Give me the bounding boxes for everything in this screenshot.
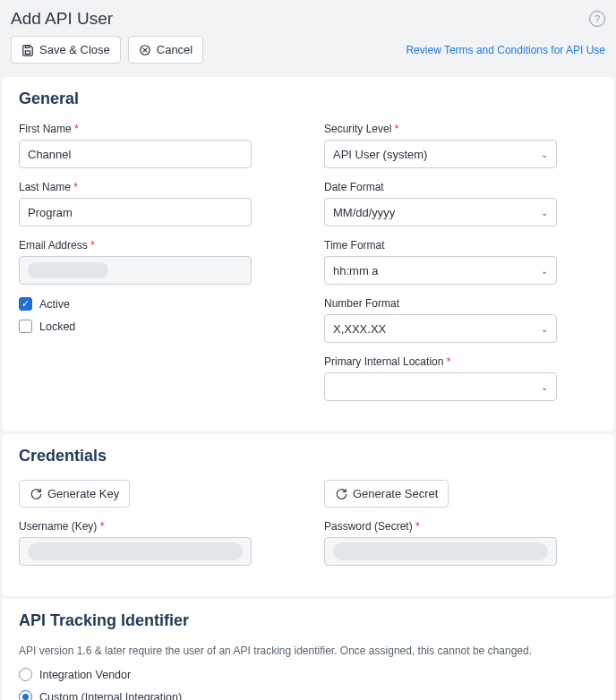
generate-secret-label: Generate Secret [353, 487, 438, 500]
vendor-radio[interactable] [19, 668, 32, 681]
custom-radio-label: Custom (Internal Integration) [39, 691, 182, 701]
credentials-section: Credentials Generate Key Generate Secret… [3, 434, 613, 596]
primary-location-label: Primary Internal Location [324, 355, 597, 368]
generate-key-button[interactable]: Generate Key [19, 480, 130, 508]
chevron-down-icon: ⌄ [541, 266, 548, 276]
password-redacted-placeholder [333, 542, 548, 560]
security-level-select[interactable]: API User (system) ⌄ [324, 140, 557, 168]
email-input[interactable] [19, 256, 252, 285]
primary-location-select[interactable]: ⌄ [324, 372, 557, 401]
save-close-button[interactable]: Save & Close [11, 36, 121, 64]
general-section: General First Name Last Name Email Addre… [3, 77, 613, 431]
active-label: Active [39, 298, 70, 311]
security-level-label: Security Level [324, 123, 597, 135]
page-title: Add API User [11, 9, 113, 29]
chevron-down-icon: ⌄ [541, 382, 548, 392]
custom-radio[interactable] [19, 690, 32, 700]
tracking-description: API version 1.6 & later require the user… [19, 645, 597, 657]
tracking-section: API Tracking Identifier API version 1.6 … [3, 599, 613, 700]
first-name-label: First Name [19, 123, 292, 135]
password-secret-label: Password (Secret) [324, 520, 597, 533]
section-title-general: General [19, 90, 597, 108]
number-format-select[interactable]: X,XXX.XX ⌄ [324, 314, 557, 343]
last-name-input[interactable] [19, 198, 252, 226]
first-name-input[interactable] [19, 140, 252, 168]
active-checkbox[interactable]: ✓ [19, 297, 32, 311]
generate-key-label: Generate Key [47, 487, 119, 500]
security-level-value: API User (system) [333, 148, 427, 161]
number-format-value: X,XXX.XX [333, 322, 386, 336]
vendor-radio-label: Integration Vendor [39, 669, 131, 681]
email-label: Email Address [19, 239, 292, 252]
date-format-label: Date Format [324, 181, 597, 193]
refresh-icon [335, 488, 347, 500]
section-title-credentials: Credentials [19, 447, 597, 465]
cancel-button[interactable]: Cancel [128, 36, 203, 64]
last-name-label: Last Name [19, 181, 292, 193]
section-title-tracking: API Tracking Identifier [19, 611, 597, 630]
time-format-select[interactable]: hh:mm a ⌄ [324, 256, 557, 285]
time-format-label: Time Format [324, 239, 597, 252]
terms-link[interactable]: Review Terms and Conditions for API Use [406, 44, 605, 56]
svg-rect-0 [25, 50, 30, 54]
chevron-down-icon: ⌄ [541, 149, 548, 159]
chevron-down-icon: ⌄ [541, 208, 548, 218]
number-format-label: Number Format [324, 297, 597, 310]
username-redacted-placeholder [28, 542, 243, 560]
email-redacted-placeholder [28, 262, 108, 278]
chevron-down-icon: ⌄ [541, 324, 548, 334]
locked-checkbox[interactable] [19, 320, 32, 333]
save-close-label: Save & Close [39, 43, 110, 56]
save-icon [21, 44, 34, 56]
date-format-select[interactable]: MM/dd/yyyy ⌄ [324, 198, 557, 226]
help-icon[interactable]: ? [589, 11, 605, 27]
svg-rect-1 [25, 45, 29, 47]
time-format-value: hh:mm a [333, 264, 379, 277]
password-secret-input[interactable] [324, 537, 557, 566]
locked-label: Locked [39, 320, 75, 333]
refresh-icon [30, 488, 42, 500]
username-key-label: Username (Key) [19, 520, 292, 533]
date-format-value: MM/dd/yyyy [333, 206, 395, 219]
username-key-input[interactable] [19, 537, 252, 566]
cancel-icon [139, 44, 151, 56]
cancel-label: Cancel [157, 43, 192, 56]
generate-secret-button[interactable]: Generate Secret [324, 480, 449, 508]
